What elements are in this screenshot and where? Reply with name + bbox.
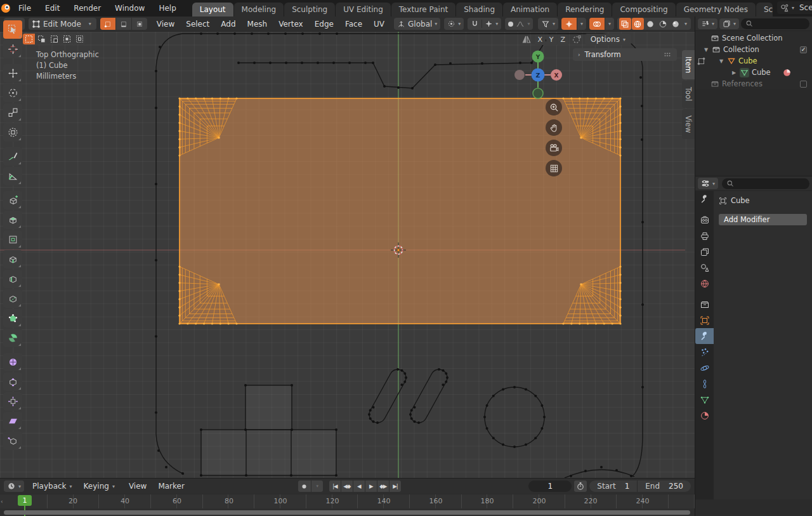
outliner-row-scene-collection[interactable]: Scene Collection: [695, 32, 812, 44]
header-menu-view[interactable]: View: [151, 20, 180, 29]
expander-icon[interactable]: ▶: [731, 70, 737, 76]
outliner-row-cube-data[interactable]: ▶ Cube: [695, 67, 812, 78]
header-menu-uv[interactable]: UV: [368, 20, 390, 29]
properties-tab-material[interactable]: [695, 407, 714, 423]
transform-orientation-selector[interactable]: Global ▾: [394, 18, 440, 30]
transport-play-reverse[interactable]: ◀: [353, 480, 365, 492]
properties-tab-constraints[interactable]: [695, 376, 714, 392]
topbar-menu-help[interactable]: Help: [152, 0, 183, 17]
scene-selector[interactable]: ▾ Scene ×: [777, 1, 812, 14]
expander-icon[interactable]: ▼: [718, 58, 724, 64]
tool-button-knife[interactable]: [3, 289, 22, 308]
shading-solid-button[interactable]: [645, 18, 657, 30]
tool-button-rip-region[interactable]: [3, 432, 22, 450]
3d-viewport[interactable]: XYZ Options ▾ Top Orthographic (1) Cube …: [0, 32, 695, 478]
properties-tab-modifiers[interactable]: [695, 328, 714, 344]
properties-tab-world[interactable]: [695, 275, 714, 291]
proportional-edit-toggle[interactable]: ▾: [505, 18, 533, 30]
select-mode-invert-button[interactable]: [61, 34, 73, 44]
overlays-dropdown[interactable]: ▾: [605, 18, 614, 30]
workspace-tab-layout[interactable]: Layout: [192, 3, 233, 17]
properties-tab-physics[interactable]: [695, 360, 714, 376]
options-dropdown[interactable]: Options ▾: [585, 34, 631, 45]
properties-tab-object-data[interactable]: [695, 392, 714, 407]
header-menu-mesh[interactable]: Mesh: [242, 20, 273, 29]
properties-search-input[interactable]: [722, 178, 809, 189]
auto-keying-record-button[interactable]: [298, 480, 311, 492]
toggle-xray-button[interactable]: [619, 18, 631, 30]
tool-button-move[interactable]: [3, 64, 22, 83]
pivot-point-selector[interactable]: ▾: [444, 18, 464, 30]
tool-button-shear[interactable]: [3, 412, 22, 430]
show-gizmo-toggle[interactable]: [561, 18, 577, 30]
mode-selector[interactable]: Edit Mode ▾: [29, 18, 96, 30]
use-preview-range-button[interactable]: [574, 480, 587, 492]
topbar-menu-render[interactable]: Render: [67, 0, 108, 17]
select-mode-set-button[interactable]: [23, 34, 35, 44]
tool-button-smooth[interactable]: [3, 353, 22, 371]
timeline-ruler[interactable]: ‹ 20406080100120140160180200220240 1: [0, 494, 695, 508]
add-modifier-button[interactable]: Add Modifier: [719, 214, 807, 225]
visibility-filter-button[interactable]: ▾: [538, 18, 558, 30]
workspace-tab-compositing[interactable]: Compositing: [612, 3, 675, 17]
tool-button-loop-cut[interactable]: [3, 270, 22, 288]
keying-set-dropdown[interactable]: ▾: [311, 480, 323, 492]
playhead-badge[interactable]: 1: [18, 495, 32, 506]
outliner-row-cube-object[interactable]: ▼ Cube: [695, 55, 812, 67]
tool-button-edge-slide[interactable]: [3, 373, 22, 391]
collection-checkbox-unchecked[interactable]: ✓: [800, 81, 807, 88]
topbar-menu-file[interactable]: File: [11, 0, 38, 17]
show-overlays-toggle[interactable]: [589, 18, 605, 30]
end-frame-field[interactable]: End 250: [638, 482, 691, 491]
header-menu-face[interactable]: Face: [339, 20, 368, 29]
tool-button-cursor[interactable]: [3, 40, 22, 58]
timeline-scrollbar[interactable]: [4, 510, 690, 515]
outliner-display-mode-button[interactable]: ▾: [698, 18, 717, 29]
transform-panel-header[interactable]: › Transform: [573, 48, 677, 61]
workspace-tab-rendering[interactable]: Rendering: [558, 3, 612, 17]
properties-tab-output[interactable]: [695, 228, 714, 244]
face-select-mode-button[interactable]: [132, 18, 147, 30]
timeline-menu-view[interactable]: View: [123, 482, 152, 491]
zoom-button[interactable]: [546, 99, 562, 116]
shading-wireframe-button[interactable]: [632, 18, 644, 30]
mirror-axis-x[interactable]: X: [535, 34, 546, 45]
properties-tab-render[interactable]: [695, 212, 714, 228]
tool-button-transform[interactable]: [3, 123, 22, 142]
gizmo-dropdown[interactable]: ▾: [577, 18, 586, 30]
material-icon[interactable]: [782, 68, 792, 77]
outliner-search-input[interactable]: [741, 18, 809, 29]
blender-logo-icon[interactable]: [0, 0, 11, 17]
pan-button[interactable]: [546, 119, 562, 136]
workspace-tab-geometry-nodes[interactable]: Geometry Nodes: [676, 3, 756, 17]
current-frame-field[interactable]: 1: [528, 480, 572, 492]
tool-button-annotate[interactable]: [3, 147, 22, 166]
tool-button-shrink-fatten[interactable]: [3, 392, 22, 411]
shading-rendered-button[interactable]: [670, 18, 682, 30]
collapse-arrow-icon[interactable]: ‹: [1, 498, 3, 505]
properties-tab-tool[interactable]: [695, 191, 714, 207]
workspace-tab-sculpting[interactable]: Sculpting: [284, 3, 335, 17]
expander-icon[interactable]: ▼: [703, 47, 709, 53]
properties-tab-particles[interactable]: [695, 344, 714, 360]
select-mode-extend-button[interactable]: [36, 34, 48, 44]
toggle-perspective-button[interactable]: [546, 160, 562, 176]
properties-editor-type-button[interactable]: ▾: [698, 178, 718, 189]
mirror-axis-z[interactable]: Z: [558, 34, 568, 45]
topbar-menu-window[interactable]: Window: [108, 0, 152, 17]
workspace-tab-modeling[interactable]: Modeling: [234, 3, 284, 17]
tool-button-rotate[interactable]: [3, 84, 22, 102]
workspace-tab-animation[interactable]: Animation: [503, 3, 557, 17]
camera-view-button[interactable]: [546, 140, 562, 156]
transport-jump-to-end[interactable]: ▶|: [390, 480, 401, 492]
start-frame-field[interactable]: Start 1: [589, 482, 637, 491]
shading-dropdown[interactable]: ▾: [683, 21, 689, 27]
tool-button-extrude-region[interactable]: [3, 211, 22, 229]
snap-toggle[interactable]: ▾: [468, 18, 501, 30]
timeline-menu-marker[interactable]: Marker: [152, 482, 190, 491]
mirror-axis-y[interactable]: Y: [546, 34, 557, 45]
workspace-tab-scripting-partial[interactable]: Sc: [756, 3, 773, 17]
tool-button-spin[interactable]: [3, 329, 22, 347]
header-menu-vertex[interactable]: Vertex: [273, 20, 309, 29]
outliner-filter-button[interactable]: ▾: [719, 18, 739, 29]
